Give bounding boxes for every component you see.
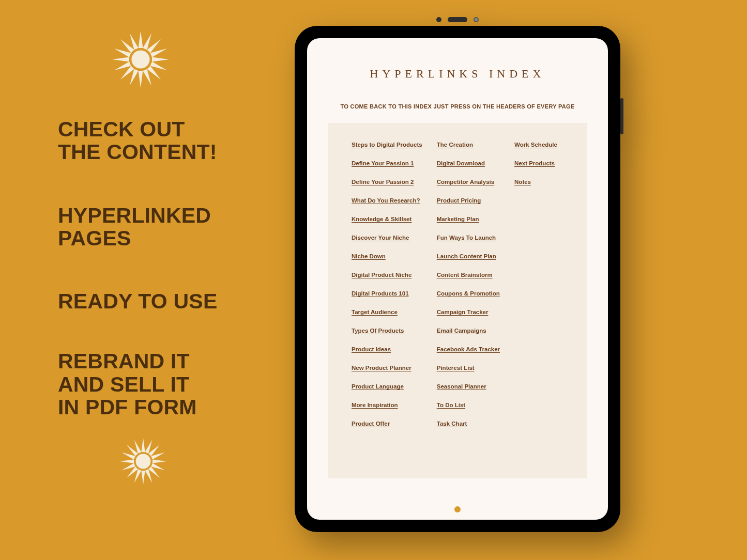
index-link[interactable]: Coupons & Promotion xyxy=(437,290,500,297)
tagline-2-line1: HYPERLINKED xyxy=(58,204,265,227)
index-link[interactable]: Niche Down xyxy=(352,253,422,259)
page-title: HYPERLINKS INDEX xyxy=(328,67,587,81)
index-link[interactable]: Product Pricing xyxy=(437,197,500,204)
svg-marker-26 xyxy=(141,471,145,485)
index-link[interactable]: Notes xyxy=(514,179,572,185)
sun-icon xyxy=(112,31,265,90)
tagline-2: HYPERLINKED PAGES xyxy=(58,204,265,250)
index-link[interactable]: Work Schedule xyxy=(514,142,572,148)
svg-point-0 xyxy=(131,50,149,68)
index-link[interactable]: What Do You Research? xyxy=(352,197,422,204)
index-link[interactable]: Pinterest List xyxy=(437,365,500,371)
index-column-3: Work Schedule Next Products Notes xyxy=(514,142,572,427)
index-link[interactable]: Knowledge & Skillset xyxy=(352,216,422,222)
index-link[interactable]: Facebook Ads Tracker xyxy=(437,346,500,352)
tablet-bezel: HYPERLINKS INDEX TO COME BACK TO THIS IN… xyxy=(295,26,620,532)
page-subtitle: TO COME BACK TO THIS INDEX JUST PRESS ON… xyxy=(328,103,587,110)
home-indicator-icon xyxy=(454,506,461,512)
svg-marker-30 xyxy=(120,460,134,463)
tagline-4-line1: REBRAND IT xyxy=(58,350,265,372)
svg-marker-22 xyxy=(153,460,166,463)
tablet-camera-cluster xyxy=(436,13,479,26)
svg-marker-1 xyxy=(139,31,143,48)
index-link[interactable]: Target Audience xyxy=(352,309,422,315)
svg-marker-13 xyxy=(112,57,129,62)
tablet-side-button xyxy=(620,98,623,134)
tagline-3-line1: READY TO USE xyxy=(58,290,265,313)
index-link[interactable]: Define Your Passion 1 xyxy=(352,160,422,166)
svg-point-17 xyxy=(136,454,151,469)
index-link[interactable]: Competitor Analysis xyxy=(437,179,500,185)
index-column-2: The Creation Digital Download Competitor… xyxy=(437,142,500,427)
index-link[interactable]: Seasonal Planner xyxy=(437,383,500,390)
index-link[interactable]: Discover Your Niche xyxy=(352,235,422,241)
index-link[interactable]: Marketing Plan xyxy=(437,216,500,222)
index-link[interactable]: Fun Ways To Launch xyxy=(437,235,500,241)
index-link[interactable]: Define Your Passion 2 xyxy=(352,179,422,185)
index-link[interactable]: Steps to Digital Products xyxy=(352,142,422,148)
index-link[interactable]: To Do List xyxy=(437,402,500,408)
tablet-mockup: HYPERLINKS INDEX TO COME BACK TO THIS IN… xyxy=(295,26,620,532)
sun-icon xyxy=(120,438,265,487)
index-column-1: Steps to Digital Products Define Your Pa… xyxy=(352,142,422,427)
index-link[interactable]: Launch Content Plan xyxy=(437,253,500,259)
index-link[interactable]: Types Of Products xyxy=(352,328,422,334)
index-link[interactable]: The Creation xyxy=(437,142,500,148)
index-link[interactable]: Digital Product Niche xyxy=(352,272,422,278)
index-link[interactable]: More Inspiration xyxy=(352,402,422,408)
index-link[interactable]: Next Products xyxy=(514,160,572,166)
index-link[interactable]: Content Brainstorm xyxy=(437,272,500,278)
svg-marker-9 xyxy=(139,71,143,88)
index-link[interactable]: Product Ideas xyxy=(352,346,422,352)
tagline-1-line2: THE CONTENT! xyxy=(58,141,265,163)
tagline-4-line2: AND SELL IT xyxy=(58,373,265,396)
index-link[interactable]: Email Campaigns xyxy=(437,328,500,334)
index-link[interactable]: New Product Planner xyxy=(352,365,422,371)
marketing-copy: CHECK OUT THE CONTENT! HYPERLINKED PAGES… xyxy=(58,31,265,487)
tablet-screen: HYPERLINKS INDEX TO COME BACK TO THIS IN… xyxy=(307,38,608,520)
index-panel: Steps to Digital Products Define Your Pa… xyxy=(328,123,587,478)
index-link[interactable]: Task Chart xyxy=(437,421,500,427)
svg-marker-5 xyxy=(152,57,169,62)
tagline-2-line2: PAGES xyxy=(58,227,265,250)
index-link[interactable]: Product Language xyxy=(352,383,422,390)
index-link[interactable]: Campaign Tracker xyxy=(437,309,500,315)
tagline-4-line3: IN PDF FORM xyxy=(58,396,265,418)
index-link[interactable]: Product Offer xyxy=(352,421,422,427)
tagline-4: REBRAND IT AND SELL IT IN PDF FORM xyxy=(58,350,265,418)
svg-marker-18 xyxy=(141,438,145,452)
document-page: HYPERLINKS INDEX TO COME BACK TO THIS IN… xyxy=(307,38,608,520)
tagline-3: READY TO USE xyxy=(58,290,265,313)
index-link[interactable]: Digital Download xyxy=(437,160,500,166)
index-link[interactable]: Digital Products 101 xyxy=(352,290,422,297)
tagline-1: CHECK OUT THE CONTENT! xyxy=(58,118,265,164)
tagline-1-line1: CHECK OUT xyxy=(58,118,265,141)
